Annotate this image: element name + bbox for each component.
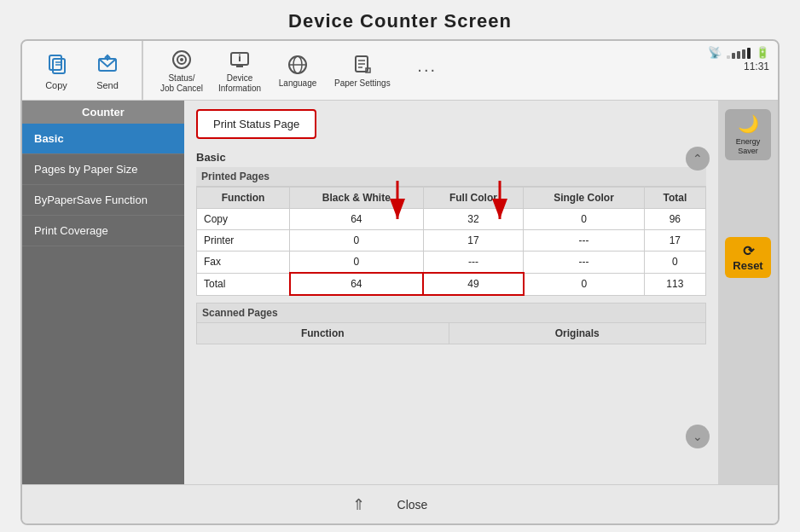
col-singlecolor: Single Color (524, 188, 644, 209)
main-area: Counter Basic Pages by Paper Size ByPape… (22, 101, 778, 484)
svg-rect-1 (53, 59, 65, 73)
top-bar-left: Copy Send (22, 41, 143, 100)
row-total-total: 113 (644, 273, 705, 295)
print-status-button[interactable]: Print Status Page (196, 109, 316, 139)
scanned-pages-label: Scanned Pages (196, 303, 706, 322)
row-total-bw: 64 (290, 273, 423, 295)
row-total-fc: 49 (423, 273, 524, 295)
send-icon (94, 50, 121, 78)
device-info-nav-item[interactable]: DeviceInformation (218, 48, 261, 94)
device-icon (228, 48, 252, 72)
sidebar-item-pages-by-paper-size[interactable]: Pages by Paper Size (22, 154, 184, 185)
sidebar: Counter Basic Pages by Paper Size ByPape… (22, 101, 184, 484)
paper-icon (351, 53, 374, 77)
copy-nav-item[interactable]: Copy (31, 45, 82, 95)
scanned-col-originals: Originals (449, 323, 705, 344)
scroll-up-bottom-icon[interactable]: ⇑ (352, 495, 365, 514)
scanned-pages-section: Scanned Pages Function Originals (196, 303, 706, 344)
col-bw: Black & White (290, 188, 423, 209)
language-nav-item[interactable]: Language (276, 53, 319, 88)
row-copy-fc: 32 (423, 209, 524, 230)
language-label: Language (279, 78, 317, 88)
sidebar-item-basic[interactable]: Basic (22, 124, 184, 154)
scroll-up-button[interactable]: ⌃ (686, 147, 710, 171)
row-fax-function: Fax (197, 252, 290, 274)
copy-icon (43, 50, 70, 78)
paper-settings-label: Paper Settings (334, 78, 391, 88)
copy-label: Copy (45, 80, 67, 90)
clock: 11:31 (744, 61, 769, 72)
row-printer-fc: 17 (423, 230, 524, 252)
status-icon (170, 48, 194, 72)
row-fax-bw: 0 (290, 252, 423, 274)
section-basic-label: Basic (196, 151, 706, 164)
status-nav-item[interactable]: Status/Job Cancel (160, 48, 203, 94)
reset-label: Reset (733, 259, 762, 272)
right-panel: 🌙 Energy Saver ⟳ Reset (718, 101, 778, 484)
device-outer: Copy Send (20, 39, 780, 525)
signal-bars (727, 47, 751, 59)
scanned-table: Function Originals (196, 322, 706, 344)
table-row-total: Total 64 49 0 113 (197, 273, 706, 295)
language-icon (286, 53, 310, 77)
sidebar-item-bypapersave[interactable]: ByPaperSave Function (22, 185, 184, 216)
top-bar-icons: Status/Job Cancel DeviceInformation (160, 48, 761, 94)
table-row-printer: Printer 0 17 --- 17 (197, 230, 706, 252)
cast-icon: 📡 (708, 46, 722, 59)
page-title: Device Counter Screen (0, 0, 800, 39)
row-printer-total: 17 (644, 230, 705, 252)
col-function: Function (197, 188, 290, 209)
close-button[interactable]: Close (377, 494, 449, 515)
scroll-down-button[interactable]: ⌄ (686, 425, 710, 448)
scanned-col-function: Function (197, 323, 449, 344)
energy-saver-label: Energy Saver (725, 137, 771, 156)
table-row-copy: Copy 64 32 0 96 (197, 209, 706, 230)
row-printer-bw: 0 (290, 230, 423, 252)
top-bar: Copy Send (22, 41, 778, 101)
svg-point-13 (239, 54, 241, 55)
reset-button[interactable]: ⟳ Reset (725, 237, 771, 278)
more-nav-item[interactable]: ··· (406, 58, 449, 84)
device-info-label: DeviceInformation (218, 73, 261, 94)
send-label: Send (96, 80, 119, 90)
bottom-bar: ⇑ Close (22, 484, 778, 523)
reset-icon: ⟳ (743, 243, 754, 259)
battery-icon: 🔋 (756, 46, 769, 59)
top-bar-right: Status/Job Cancel DeviceInformation (143, 41, 778, 100)
content-panel: Print Status Page ⌃ Basic Printed Pages (184, 101, 718, 484)
col-total: Total (644, 188, 705, 209)
moon-icon: 🌙 (738, 113, 759, 134)
row-fax-total: 0 (644, 252, 705, 274)
row-fax-sc: --- (524, 252, 644, 274)
table-row-fax: Fax 0 --- --- 0 (197, 252, 706, 274)
row-total-sc: 0 (524, 273, 644, 295)
more-icon: ··· (415, 58, 439, 82)
row-printer-sc: --- (524, 230, 644, 252)
row-fax-fc: --- (423, 252, 524, 274)
svg-point-8 (180, 58, 183, 61)
send-nav-item[interactable]: Send (82, 45, 133, 95)
sidebar-header: Counter (22, 101, 184, 124)
status-label: Status/Job Cancel (160, 73, 203, 94)
sidebar-item-print-coverage[interactable]: Print Coverage (22, 216, 184, 246)
row-copy-sc: 0 (524, 209, 644, 230)
row-copy-total: 96 (644, 209, 705, 230)
row-printer-function: Printer (197, 230, 290, 252)
row-copy-bw: 64 (290, 209, 423, 230)
energy-saver-button[interactable]: 🌙 Energy Saver (725, 109, 771, 160)
paper-settings-nav-item[interactable]: Paper Settings (334, 53, 391, 88)
printed-pages-label: Printed Pages (196, 167, 706, 187)
counter-table: Function Black & White Full Color Single… (196, 187, 706, 296)
row-total-function: Total (197, 273, 290, 295)
status-area: 📡 🔋 11:31 (708, 46, 769, 72)
col-fullcolor: Full Color (423, 188, 524, 209)
row-copy-function: Copy (197, 209, 290, 230)
